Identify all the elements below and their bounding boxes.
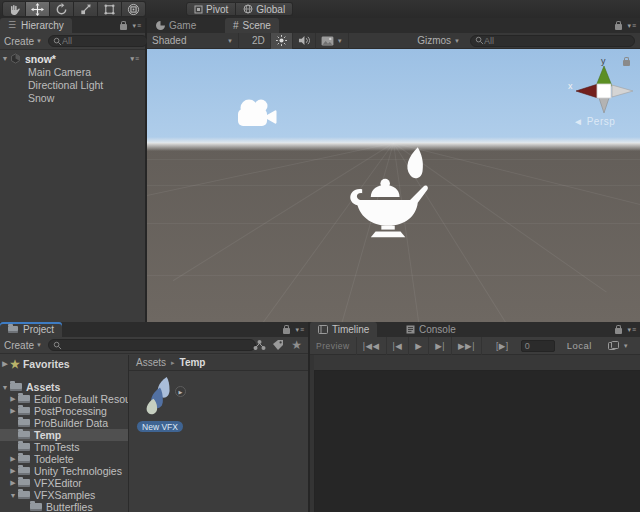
panel-menu-icon[interactable]: ▾≡ [627,21,637,30]
panel-menu-icon[interactable]: ▾≡ [627,325,637,334]
expand-arrow-icon[interactable] [8,479,18,487]
draw-mode-dropdown[interactable]: Shaded ▼ [147,33,239,49]
favorites-star-button[interactable]: ★ [291,338,302,352]
chevron-down-icon: ▼ [337,38,343,44]
expand-arrow-icon[interactable] [8,407,18,415]
expand-arrow-icon[interactable] [0,360,10,368]
rotate-tool-button[interactable] [50,1,74,17]
hand-tool-button[interactable] [2,1,26,17]
tab-hierarchy[interactable]: ☰ Hierarchy [0,18,72,33]
lock-icon[interactable] [120,24,127,30]
search-by-type-button[interactable] [253,339,266,351]
panel-menu-icon[interactable]: ▾≡ [295,325,305,334]
expand-arrow-icon[interactable] [8,467,18,475]
scene-search-input[interactable] [484,36,630,46]
project-tree-item-temp[interactable]: Temp [0,429,128,441]
breadcrumb-current[interactable]: Temp [180,357,206,368]
panel-menu-icon[interactable]: ▾≡ [132,21,142,30]
pivot-toggle-button[interactable]: Pivot [186,2,236,16]
project-tree-item[interactable]: VFXEditor [0,477,128,489]
audio-toggle-button[interactable] [293,33,316,49]
transform-tool-button[interactable] [122,1,146,17]
camera-gizmo-icon[interactable] [235,96,281,132]
project-tree-item[interactable]: TmpTests [0,441,128,453]
scale-tool-button[interactable] [74,1,98,17]
axis-z-cone[interactable] [612,85,633,97]
expand-arrow-icon[interactable] [0,55,10,62]
project-tabbar: Project ▾≡ [0,322,308,337]
expand-arrow-icon[interactable] [0,384,10,391]
2d-toggle-button[interactable]: 2D [247,33,271,49]
folder-icon [18,491,30,499]
hierarchy-item-main-camera[interactable]: Main Camera [0,65,145,78]
expand-arrow-icon[interactable] [8,455,18,463]
project-tree-item[interactable]: Unity Technologies [0,465,128,477]
project-tree-item-assets[interactable]: Assets [0,381,128,393]
search-by-label-button[interactable] [272,339,284,351]
move-tool-button[interactable] [26,1,50,17]
goto-start-button[interactable]: |◀◀ [357,337,387,355]
gizmos-dropdown[interactable]: Gizmos ▼ [417,35,460,46]
vfx-asset-icon[interactable] [140,376,180,416]
scene-context-menu-icon[interactable]: ▾≡ [130,54,140,63]
asset-expand-button[interactable]: ▶ [175,386,186,397]
expand-arrow-icon[interactable] [8,395,18,403]
breadcrumb-root[interactable]: Assets [136,357,166,368]
preview-toggle-button[interactable]: Preview [310,337,357,355]
perspective-mode-button[interactable]: ◄ Persp [573,116,615,127]
axis-x-label: x [568,81,573,91]
goto-end-button[interactable]: ▶▶| [452,337,482,355]
asset-label-new-vfx[interactable]: New VFX [137,421,183,432]
hierarchy-item-directional-light[interactable]: Directional Light [0,78,145,91]
scene-root-row[interactable]: snow* ▾≡ [0,52,145,65]
favorites-root-row[interactable]: ★ Favorites [0,358,128,370]
project-tree-item[interactable]: Butterflies [0,501,128,512]
vfx-lamp-gizmo-icon[interactable] [343,147,435,247]
project-tree-item[interactable]: PostProcessing [0,405,128,417]
project-search-field[interactable] [48,339,256,351]
create-label: Create [4,340,34,351]
axis-x-cone[interactable] [576,84,598,98]
project-create-button[interactable]: Create ▼ [4,340,42,351]
lighting-toggle-button[interactable] [271,33,293,49]
tab-timeline[interactable]: Timeline [310,322,377,337]
tab-game[interactable]: Game [148,18,204,33]
expand-arrow-icon[interactable] [8,492,18,499]
project-tree-item[interactable]: Todelete [0,453,128,465]
play-button[interactable]: ▶ [409,337,429,355]
hierarchy-search-field[interactable] [48,35,148,47]
axis-center-cube[interactable] [597,84,611,98]
previous-frame-button[interactable]: |◀ [387,337,410,355]
tab-scene[interactable]: # Scene [225,18,279,33]
project-tree-item[interactable]: VFXSamples [0,489,128,501]
folder-icon [18,395,30,403]
timeline-ruler-strip[interactable] [314,355,640,371]
next-frame-button[interactable]: ▶| [429,337,452,355]
hierarchy-item-snow[interactable]: Snow [0,91,145,104]
project-search-input[interactable] [62,340,251,350]
rect-tool-button[interactable] [98,1,122,17]
global-toggle-button[interactable]: Global [236,2,293,16]
tab-console[interactable]: Console [398,322,464,337]
hierarchy-create-button[interactable]: Create ▼ [4,36,42,47]
pivot-label: Pivot [206,4,228,15]
play-range-button[interactable]: [▶] [490,337,515,355]
tab-project[interactable]: Project [0,322,62,337]
hierarchy-search-input[interactable] [62,36,143,46]
unity-editor-window: Pivot Global ☰ Hierarchy ▾≡ [0,0,640,512]
lock-icon[interactable] [283,328,290,334]
reference-mode-dropdown[interactable]: Local [561,337,598,355]
gizmo-lock-icon[interactable] [623,60,630,66]
scene-viewport[interactable]: y x ◄ Persp [147,49,640,322]
effects-dropdown-button[interactable]: ▼ [316,33,349,49]
lock-icon[interactable] [615,328,622,334]
scene-search-field[interactable] [470,35,635,47]
frame-number-field[interactable]: 0 [521,340,555,352]
folder-icon [18,455,30,463]
lock-icon[interactable] [615,24,622,30]
project-tree-item[interactable]: ProBuilder Data [0,417,128,429]
project-tree-item[interactable]: Editor Default Resources [0,393,128,405]
timeline-options-button[interactable]: ▼ [608,341,629,351]
timeline-content[interactable] [310,355,640,512]
axis-y-cone[interactable] [596,66,612,86]
